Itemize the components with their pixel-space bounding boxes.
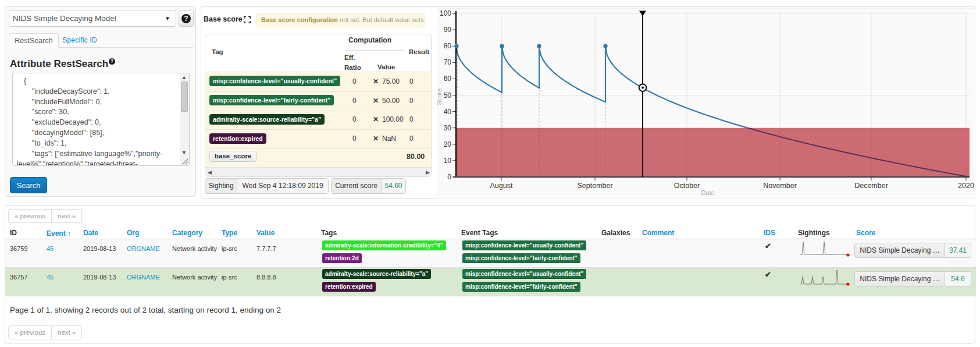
svg-text:October: October bbox=[674, 182, 700, 190]
svg-text:70: 70 bbox=[444, 58, 452, 66]
svg-text:90: 90 bbox=[444, 26, 452, 34]
svg-text:Date: Date bbox=[701, 189, 714, 196]
svg-text:2020: 2020 bbox=[958, 182, 974, 190]
svg-text:Score: Score bbox=[437, 88, 443, 105]
svg-text:0: 0 bbox=[447, 173, 451, 181]
svg-text:December: December bbox=[854, 182, 888, 190]
svg-text:60: 60 bbox=[444, 75, 452, 83]
svg-text:November: November bbox=[763, 182, 797, 190]
svg-text:100: 100 bbox=[440, 9, 451, 17]
svg-text:10: 10 bbox=[444, 157, 452, 165]
svg-text:30: 30 bbox=[444, 124, 452, 132]
svg-text:August: August bbox=[490, 182, 513, 190]
svg-text:20: 20 bbox=[444, 140, 452, 148]
svg-text:40: 40 bbox=[444, 108, 452, 116]
svg-text:80: 80 bbox=[444, 42, 452, 50]
svg-text:September: September bbox=[577, 182, 612, 190]
svg-text:50: 50 bbox=[444, 91, 452, 100]
